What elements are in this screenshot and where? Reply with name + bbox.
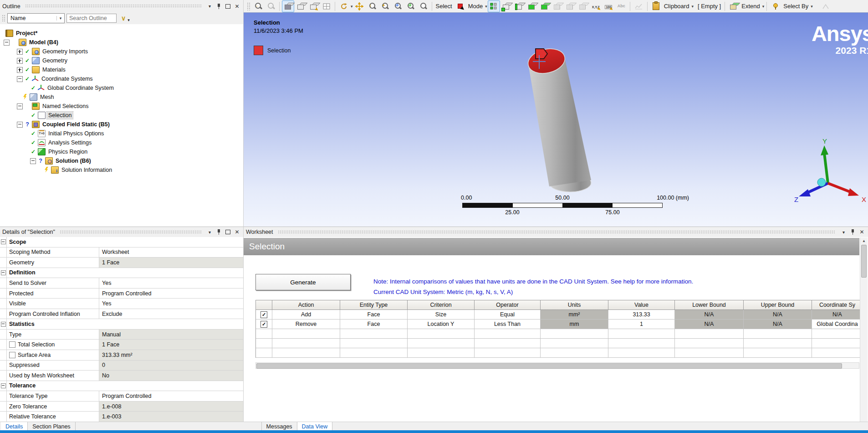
- tree-item-selection[interactable]: ✓ Selection: [0, 111, 243, 120]
- select-face-button[interactable]: [526, 0, 538, 12]
- tree-item-analysis-settings[interactable]: ✓ Analysis Settings: [0, 138, 243, 147]
- extend-dropdown[interactable]: Extend: [741, 3, 760, 10]
- expander-plus-icon[interactable]: [17, 67, 23, 73]
- expander-plus-icon[interactable]: [17, 49, 23, 55]
- rotate-dropdown-caret[interactable]: ▾: [351, 4, 353, 9]
- details-group-row[interactable]: Statistics: [0, 319, 243, 330]
- tree-item-project[interactable]: Project*: [0, 29, 243, 38]
- select-edge-button[interactable]: [513, 0, 526, 12]
- select-body-button[interactable]: [539, 0, 551, 12]
- graphics-viewport[interactable]: Selection 11/6/2023 3:46 PM Selection An…: [244, 12, 868, 227]
- zoom-to-selection-button[interactable]: [404, 0, 417, 12]
- mode-dropdown[interactable]: Mode: [468, 3, 483, 10]
- select-by-icon[interactable]: [769, 0, 781, 12]
- outline-menu-caret[interactable]: ▾: [206, 3, 214, 10]
- details-group-row[interactable]: Scope: [0, 237, 243, 247]
- generate-button[interactable]: Generate: [255, 274, 351, 290]
- worksheet-close-button[interactable]: ✕: [858, 229, 866, 236]
- select-mode-icon[interactable]: [454, 0, 466, 12]
- tree-item-geometry[interactable]: ✓ Geometry: [0, 56, 243, 65]
- clipboard-dropdown-caret[interactable]: ▾: [691, 4, 694, 9]
- tree-item-global-coordinate-system[interactable]: ✓ Global Coordinate System: [0, 83, 243, 93]
- clipboard-dropdown[interactable]: Clipboard: [664, 3, 689, 10]
- cell-criterion[interactable]: Size: [408, 310, 475, 320]
- cell-entity-type[interactable]: Face: [340, 310, 408, 320]
- expander-minus-icon[interactable]: [4, 40, 10, 46]
- pan-button[interactable]: [353, 0, 366, 12]
- tree-item-physics-region[interactable]: ✓ Physics Region: [0, 147, 243, 156]
- total-selection-checkbox[interactable]: [9, 341, 15, 348]
- magnifier-window-button[interactable]: [417, 0, 429, 12]
- group-collapse-icon[interactable]: [1, 383, 6, 388]
- node-id-pick-button[interactable]: 100: [602, 0, 615, 12]
- outline-close-button[interactable]: ✕: [233, 3, 241, 10]
- details-group-row[interactable]: Definition: [0, 268, 243, 278]
- search-options-caret-icon[interactable]: ▾: [128, 18, 130, 22]
- outline-maximize-button[interactable]: [224, 3, 232, 10]
- search-filter-combo[interactable]: Name ▾: [7, 13, 65, 23]
- tab-data-view[interactable]: Data View: [297, 422, 333, 431]
- rotate-button[interactable]: [337, 0, 350, 12]
- zoom-button[interactable]: ↕: [366, 0, 378, 12]
- mode-dropdown-caret[interactable]: ▾: [485, 4, 487, 9]
- details-menu-caret[interactable]: ▾: [206, 229, 214, 236]
- cell-criterion[interactable]: Location Y: [408, 320, 475, 329]
- expander-plus-icon[interactable]: [17, 58, 23, 64]
- tree-item-coordinate-systems[interactable]: ✓ Coordinate Systems: [0, 74, 243, 83]
- tree-item-model[interactable]: Model (B4): [0, 38, 243, 47]
- cylinder-model[interactable]: [510, 32, 619, 196]
- search-options-chevron-icon[interactable]: ∨: [121, 15, 126, 22]
- tree-item-named-selections[interactable]: Named Selections: [0, 102, 243, 111]
- tree-item-initial-physics-options[interactable]: ✓ Initial Physics Options: [0, 129, 243, 138]
- viewports-layout-button[interactable]: [320, 0, 332, 12]
- scroll-up-arrow-icon[interactable]: ▲: [860, 237, 868, 244]
- details-close-button[interactable]: ✕: [233, 229, 241, 236]
- group-collapse-icon[interactable]: [1, 322, 6, 327]
- extend-dropdown-caret[interactable]: ▾: [762, 4, 765, 9]
- clipboard-icon[interactable]: [650, 0, 662, 12]
- group-collapse-icon[interactable]: [1, 239, 6, 244]
- worksheet-menu-caret[interactable]: ▾: [840, 229, 848, 236]
- outline-pin-button[interactable]: [215, 3, 223, 10]
- search-outline-input[interactable]: [66, 14, 117, 23]
- section-plane-view-button[interactable]: [307, 0, 320, 12]
- tree-item-solution-information[interactable]: Solution Information: [0, 165, 243, 175]
- cell-operator[interactable]: Less Than: [475, 320, 541, 329]
- cell-value[interactable]: 1: [608, 320, 675, 329]
- wireframe-view-button[interactable]: [295, 0, 307, 12]
- tree-item-mesh[interactable]: Mesh: [0, 93, 243, 102]
- tree-item-coupled-field-static[interactable]: ? Coupled Field Static (B5): [0, 120, 243, 129]
- expander-minus-icon[interactable]: [30, 158, 36, 164]
- orientation-triad[interactable]: Y Z X: [792, 137, 868, 206]
- select-vertex-button[interactable]: [500, 0, 513, 12]
- cell-operator[interactable]: Equal: [475, 310, 541, 320]
- row-enabled-checkbox[interactable]: [260, 311, 267, 318]
- details-maximize-button[interactable]: [224, 229, 232, 236]
- select-by-dropdown[interactable]: Select By: [783, 3, 808, 10]
- shaded-exterior-view-button[interactable]: [282, 0, 294, 12]
- expander-minus-icon[interactable]: [17, 103, 23, 109]
- expander-minus-icon[interactable]: [17, 122, 23, 128]
- select-by-dropdown-caret[interactable]: ▾: [811, 4, 813, 9]
- worksheet-vertical-scrollbar[interactable]: ▲: [860, 237, 868, 422]
- surface-area-checkbox[interactable]: [9, 352, 15, 358]
- expander-minus-icon[interactable]: [17, 76, 23, 82]
- row-enabled-checkbox[interactable]: [260, 321, 267, 328]
- box-zoom-button[interactable]: +: [379, 0, 391, 12]
- tab-details[interactable]: Details: [1, 422, 28, 431]
- table-horizontal-scrollbar[interactable]: [255, 362, 859, 369]
- zoom-previous-button[interactable]: ←: [252, 0, 264, 12]
- zoom-to-fit-button[interactable]: [392, 0, 404, 12]
- details-group-row[interactable]: Tolerance: [0, 381, 243, 392]
- details-pin-button[interactable]: [215, 229, 223, 236]
- cell-entity-type[interactable]: Face: [340, 320, 408, 329]
- toolbar-drag-handle[interactable]: [247, 2, 250, 10]
- group-collapse-icon[interactable]: [1, 270, 6, 275]
- coordinate-pick-button[interactable]: X,Y,Z: [590, 0, 602, 12]
- tree-item-materials[interactable]: ✓ Materials: [0, 65, 243, 74]
- tree-item-solution[interactable]: ? Solution (B6): [0, 156, 243, 165]
- select-mode-single-button[interactable]: [488, 0, 500, 12]
- cell-value[interactable]: 313.33: [608, 310, 675, 320]
- tab-messages[interactable]: Messages: [261, 422, 297, 431]
- search-row-drag-handle[interactable]: [2, 15, 5, 22]
